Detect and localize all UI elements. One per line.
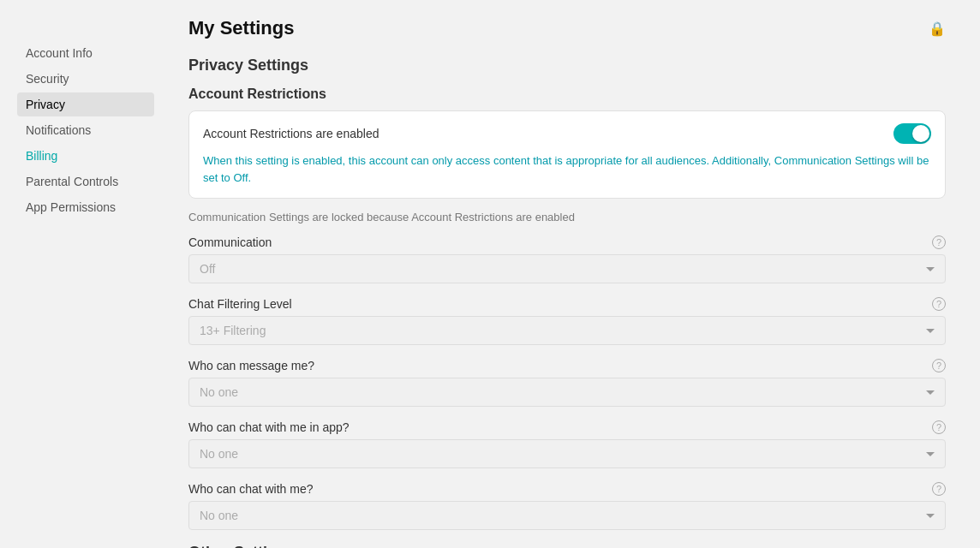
who-message-dropdown[interactable]: No one — [188, 378, 946, 407]
who-chat-label-row: Who can chat with me? ? — [188, 482, 946, 496]
chevron-down-icon — [926, 329, 935, 333]
who-chat-help-icon[interactable]: ? — [932, 482, 946, 496]
page-header: My Settings 🔒 — [188, 17, 946, 39]
restrictions-label: Account Restrictions are enabled — [203, 127, 379, 140]
chevron-down-icon — [926, 452, 935, 456]
chevron-down-icon — [926, 267, 935, 271]
restrictions-info-text: When this setting is enabled, this accou… — [203, 152, 931, 186]
who-message-label-row: Who can message me? ? — [188, 359, 946, 372]
other-settings-section: Other Settings Who can invite me to priv… — [188, 544, 946, 548]
lock-icon: 🔒 — [929, 21, 946, 37]
who-message-label: Who can message me? — [188, 359, 314, 372]
who-message-help-icon[interactable]: ? — [932, 359, 946, 372]
sidebar-item-account-info[interactable]: Account Info — [17, 41, 154, 65]
restrictions-toggle-row: Account Restrictions are enabled — [203, 123, 931, 144]
chat-filtering-setting: Chat Filtering Level ? 13+ Filtering — [188, 297, 946, 345]
sidebar: Account Info Security Privacy Notificati… — [0, 0, 171, 548]
chat-filtering-dropdown[interactable]: 13+ Filtering — [188, 316, 946, 345]
page-title: My Settings — [188, 17, 294, 39]
who-chat-app-setting: Who can chat with me in app? ? No one — [188, 420, 946, 468]
restrictions-card: Account Restrictions are enabled When th… — [188, 110, 946, 199]
communication-setting: Communication ? Off — [188, 235, 946, 283]
communication-value: Off — [200, 262, 215, 276]
sidebar-item-billing[interactable]: Billing — [17, 144, 154, 168]
who-chat-value: No one — [200, 509, 238, 522]
sidebar-item-app-permissions[interactable]: App Permissions — [17, 195, 154, 219]
chat-filtering-value: 13+ Filtering — [200, 324, 266, 337]
communication-label-row: Communication ? — [188, 235, 946, 249]
locked-notice: Communication Settings are locked becaus… — [188, 211, 946, 223]
who-chat-setting: Who can chat with me? ? No one — [188, 482, 946, 530]
who-chat-label: Who can chat with me? — [188, 482, 314, 496]
who-chat-app-label-row: Who can chat with me in app? ? — [188, 420, 946, 434]
sidebar-item-security[interactable]: Security — [17, 67, 154, 91]
communication-label: Communication — [188, 235, 272, 249]
sidebar-item-parental-controls[interactable]: Parental Controls — [17, 170, 154, 194]
chevron-down-icon — [926, 514, 935, 518]
who-chat-app-help-icon[interactable]: ? — [932, 420, 946, 434]
who-message-value: No one — [200, 385, 238, 399]
chat-filtering-label-row: Chat Filtering Level ? — [188, 297, 946, 311]
who-chat-app-label: Who can chat with me in app? — [188, 420, 350, 434]
main-content: My Settings 🔒 Privacy Settings Account R… — [171, 0, 980, 548]
account-restrictions-title: Account Restrictions — [188, 86, 946, 102]
who-chat-dropdown[interactable]: No one — [188, 501, 946, 530]
account-restrictions-toggle[interactable] — [893, 123, 931, 144]
other-settings-title: Other Settings — [188, 544, 946, 548]
communication-help-icon[interactable]: ? — [932, 235, 946, 249]
communication-dropdown[interactable]: Off — [188, 254, 946, 283]
who-message-setting: Who can message me? ? No one — [188, 359, 946, 407]
privacy-settings-section: Privacy Settings Account Restrictions Ac… — [188, 57, 946, 530]
who-chat-app-value: No one — [200, 447, 238, 461]
chat-filtering-label: Chat Filtering Level — [188, 297, 292, 311]
chevron-down-icon — [926, 390, 935, 395]
chat-filtering-help-icon[interactable]: ? — [932, 297, 946, 311]
sidebar-item-privacy[interactable]: Privacy — [17, 92, 154, 116]
sidebar-item-notifications[interactable]: Notifications — [17, 118, 154, 142]
privacy-settings-title: Privacy Settings — [188, 57, 946, 74]
who-chat-app-dropdown[interactable]: No one — [188, 439, 946, 468]
